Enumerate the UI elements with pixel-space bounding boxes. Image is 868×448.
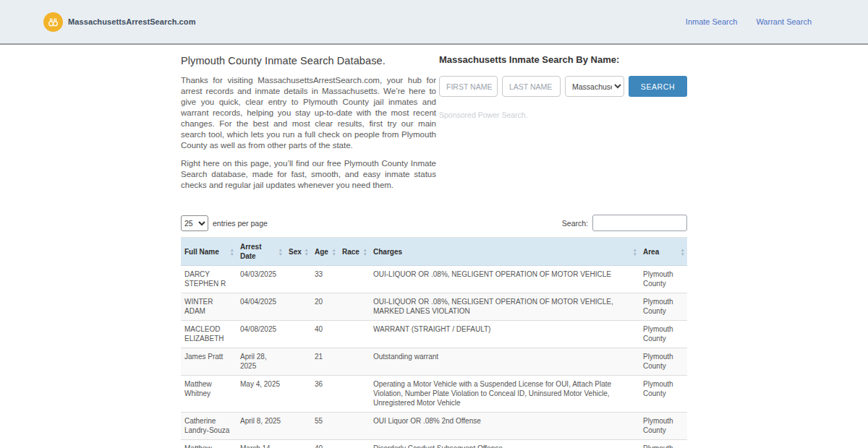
cell-arrest-date: 04/04/2025: [237, 293, 285, 321]
search-form-heading: Massachusetts Inmate Search By Name:: [439, 54, 687, 65]
cell-age: 33: [311, 266, 339, 293]
cell-sex: [285, 413, 311, 440]
cell-charges: Operating a Motor Vehicle with a Suspend…: [370, 376, 639, 413]
search-button[interactable]: SEARCH: [629, 76, 687, 97]
cell-age: 55: [311, 413, 339, 440]
table-search: Search:: [562, 215, 687, 231]
cell-full-name: Matthew Whitney: [181, 376, 237, 413]
cell-arrest-date: May 4, 2025: [237, 376, 285, 413]
sort-arrows-icon: ▲▼: [363, 248, 367, 256]
cell-area: Plymouth County: [639, 413, 687, 440]
column-label: Age: [315, 248, 328, 256]
cell-race: [339, 376, 370, 413]
cell-sex: [285, 376, 311, 413]
cell-full-name: James Pratt: [181, 348, 237, 376]
cell-race: [339, 440, 370, 448]
sort-arrows-icon: ▲▼: [332, 248, 336, 256]
entries-per-page-label: entries per page: [213, 219, 268, 228]
state-select[interactable]: Massachusetts: [565, 76, 624, 97]
cell-sex: [285, 440, 311, 448]
cell-arrest-date: April 8, 2025: [237, 413, 285, 440]
cell-arrest-date: 04/03/2025: [237, 266, 285, 293]
nav-inmate-search[interactable]: Inmate Search: [686, 17, 738, 26]
cell-area: Plymouth County: [639, 293, 687, 321]
cell-race: [339, 321, 370, 348]
site-header: MassachusettsArrestSearch.com Inmate Sea…: [0, 0, 868, 45]
table-row: James PrattApril 28, 202521Outstanding w…: [181, 348, 687, 376]
intro-paragraph-2: Right here on this page, you’ll find our…: [181, 158, 436, 191]
table-row: WINTER ADAM04/04/202520OUI-LIQUOR OR .08…: [181, 293, 687, 321]
entries-per-page-select[interactable]: 25: [181, 215, 208, 231]
cell-sex: [285, 293, 311, 321]
table-header-row: Full Name▲▼Arrest Date▲▼Sex▲▼Age▲▼Race▲▼…: [181, 238, 687, 266]
table-row: Catherine Landry-SouzaApril 8, 202555OUI…: [181, 413, 687, 440]
sort-arrows-icon: ▲▼: [305, 248, 309, 256]
column-label: Full Name: [184, 248, 219, 256]
cell-age: 40: [311, 321, 339, 348]
entries-per-page: 25 entries per page: [181, 215, 268, 231]
cell-race: [339, 348, 370, 376]
column-header-race[interactable]: Race▲▼: [339, 238, 370, 266]
first-name-input[interactable]: [439, 76, 498, 97]
column-header-age[interactable]: Age▲▼: [311, 238, 339, 266]
cell-area: Plymouth County: [639, 266, 687, 293]
cell-arrest-date: April 28, 2025: [237, 348, 285, 376]
cell-full-name: MACLEOD ELIZABETH: [181, 321, 237, 348]
column-label: Sex: [289, 248, 302, 256]
cell-sex: [285, 348, 311, 376]
nav-warrant-search[interactable]: Warrant Search: [756, 17, 812, 26]
cell-sex: [285, 321, 311, 348]
handcuffs-logo-icon: [43, 12, 63, 32]
cell-charges: OUI Liquor OR .08% 2nd Offense: [370, 413, 639, 440]
column-header-full-name[interactable]: Full Name▲▼: [181, 238, 237, 266]
table-row: Matthew WhitneyMay 4, 202536Operating a …: [181, 376, 687, 413]
column-header-area[interactable]: Area▲▼: [639, 238, 687, 266]
table-row: Matthew PelleyMarch 14, 202540Disorderly…: [181, 440, 687, 448]
cell-charges: Disorderly Conduct Subsequent Offense: [370, 440, 639, 448]
column-header-charges[interactable]: Charges▲▼: [370, 238, 639, 266]
intro-paragraph-1: Thanks for visiting MassachusettsArrestS…: [181, 75, 436, 151]
cell-charges: OUI-LIQUOR OR .08%, NEGLIGENT OPERATION …: [370, 266, 639, 293]
cell-arrest-date: March 14, 2025: [237, 440, 285, 448]
brand-link[interactable]: MassachusettsArrestSearch.com: [43, 12, 196, 32]
table-search-input[interactable]: [592, 215, 687, 231]
cell-age: 40: [311, 440, 339, 448]
cell-area: Plymouth County: [639, 321, 687, 348]
cell-charges: OUI-LIQUOR OR .08%, NEGLIGENT OPERATION …: [370, 293, 639, 321]
cell-full-name: Matthew Pelley: [181, 440, 237, 448]
table-search-label: Search:: [562, 219, 588, 228]
column-label: Charges: [373, 248, 402, 256]
cell-age: 20: [311, 293, 339, 321]
cell-race: [339, 413, 370, 440]
page-title: Plymouth County Inmate Search Database.: [181, 55, 436, 66]
cell-charges: Outstanding warrant: [370, 348, 639, 376]
cell-age: 36: [311, 376, 339, 413]
column-label: Race: [342, 248, 359, 256]
table-controls: 25 entries per page Search:: [181, 215, 687, 231]
cell-race: [339, 293, 370, 321]
main-content: Plymouth County Inmate Search Database. …: [181, 51, 687, 448]
cell-age: 21: [311, 348, 339, 376]
sort-arrows-icon: ▲▼: [633, 248, 637, 256]
sort-arrows-icon: ▲▼: [681, 248, 685, 256]
inmate-table-body: DARCY STEPHEN R04/03/202533OUI-LIQUOR OR…: [181, 266, 687, 448]
main-nav: Inmate Search Warrant Search: [686, 17, 812, 26]
cell-area: Plymouth County: [639, 348, 687, 376]
cell-full-name: Catherine Landry-Souza: [181, 413, 237, 440]
cell-area: Plymouth County: [639, 376, 687, 413]
brand-name: MassachusettsArrestSearch.com: [68, 17, 196, 26]
inmate-table: Full Name▲▼Arrest Date▲▼Sex▲▼Age▲▼Race▲▼…: [181, 237, 687, 448]
table-row: MACLEOD ELIZABETH04/08/202540WARRANT (ST…: [181, 321, 687, 348]
name-search-form: Massachusetts Inmate Search By Name: Mas…: [439, 51, 687, 198]
cell-area: Plymouth County: [639, 440, 687, 448]
cell-race: [339, 266, 370, 293]
cell-full-name: WINTER ADAM: [181, 293, 237, 321]
column-header-arrest-date[interactable]: Arrest Date▲▼: [237, 238, 285, 266]
column-label: Arrest Date: [240, 243, 261, 260]
sponsored-note: Sponsored Power Search.: [439, 111, 687, 119]
last-name-input[interactable]: [502, 76, 561, 97]
column-header-sex[interactable]: Sex▲▼: [285, 238, 311, 266]
sort-arrows-icon: ▲▼: [278, 248, 283, 256]
cell-arrest-date: 04/08/2025: [237, 321, 285, 348]
column-label: Area: [643, 248, 659, 256]
